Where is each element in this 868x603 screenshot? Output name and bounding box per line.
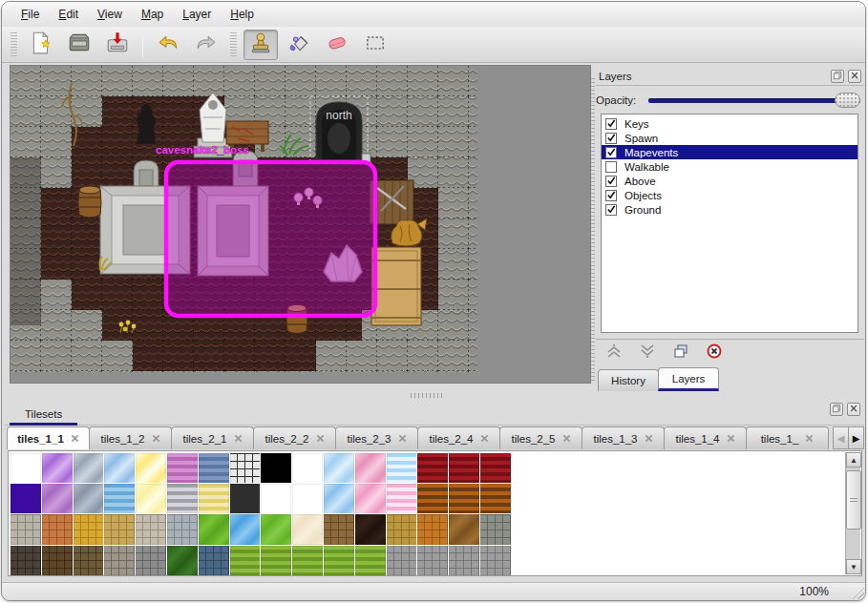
- raise-layer-button[interactable]: [603, 343, 625, 361]
- palette-tile[interactable]: [11, 453, 41, 484]
- palette-tile[interactable]: [355, 453, 386, 484]
- menu-edit[interactable]: Edit: [49, 4, 88, 25]
- palette-tile[interactable]: [480, 484, 511, 514]
- palette-scrollbar[interactable]: ▲ ▼: [845, 452, 860, 574]
- palette-tile[interactable]: [387, 484, 417, 514]
- palette-tile[interactable]: [199, 453, 229, 484]
- palette-tile[interactable]: [261, 453, 291, 484]
- palette-tile[interactable]: [387, 546, 417, 576]
- layer-visibility-checkbox[interactable]: [605, 190, 617, 201]
- selection-rectangle[interactable]: [166, 162, 375, 316]
- palette-tile[interactable]: [324, 514, 354, 545]
- stamp-button[interactable]: [243, 30, 278, 60]
- tileset-tab-tiles_1_1[interactable]: tiles_1_1: [7, 426, 90, 449]
- eraser-button[interactable]: [320, 30, 354, 60]
- tileset-tab-tiles_2_1[interactable]: tiles_2_1: [171, 426, 254, 449]
- tileset-tab-tiles_2_2[interactable]: tiles_2_2: [253, 426, 336, 449]
- palette-tile[interactable]: [42, 453, 73, 484]
- layer-row-keys[interactable]: Keys: [602, 116, 857, 131]
- tileset-tab-tiles_1_4[interactable]: tiles_1_4: [664, 426, 747, 449]
- redo-button[interactable]: [189, 30, 223, 60]
- menu-map[interactable]: Map: [132, 4, 173, 25]
- menu-file[interactable]: File: [11, 4, 49, 25]
- layer-visibility-checkbox[interactable]: [605, 204, 617, 216]
- dock-tab-history[interactable]: History: [598, 369, 659, 391]
- palette-tile[interactable]: [355, 484, 386, 514]
- tilesets-title-tab[interactable]: Tilesets: [10, 405, 77, 426]
- opacity-slider-handle[interactable]: [835, 93, 860, 108]
- tileset-tab-tiles_2_4[interactable]: tiles_2_4: [417, 426, 500, 449]
- tileset-tab-tiles_2_5[interactable]: tiles_2_5: [499, 426, 582, 449]
- palette-tile[interactable]: [167, 453, 198, 484]
- barrel-left[interactable]: [78, 186, 101, 218]
- palette-tile[interactable]: [387, 453, 417, 484]
- palette-tile[interactable]: [136, 453, 166, 484]
- close-tab-icon[interactable]: [480, 433, 489, 445]
- palette-tile[interactable]: [449, 484, 479, 514]
- palette-tile[interactable]: [42, 514, 73, 545]
- palette-tile[interactable]: [292, 514, 323, 545]
- palette-tile[interactable]: [74, 546, 104, 576]
- menu-view[interactable]: View: [88, 4, 132, 25]
- palette-tile[interactable]: [199, 514, 229, 545]
- tileset-tab-tiles_1_2[interactable]: tiles_1_2: [89, 426, 172, 449]
- tileset-tab-tiles_1_[interactable]: tiles_1_: [746, 426, 829, 449]
- palette-tile[interactable]: [292, 484, 323, 514]
- palette-tile[interactable]: [167, 546, 198, 576]
- map-canvas[interactable]: north: [10, 65, 591, 384]
- layer-row-objects[interactable]: Objects: [602, 188, 857, 202]
- close-tab-icon[interactable]: [234, 433, 243, 445]
- palette-tile[interactable]: [230, 484, 261, 514]
- dock-drag-handle[interactable]: [591, 78, 595, 382]
- close-tab-icon[interactable]: [316, 433, 325, 445]
- palette-tile[interactable]: [480, 546, 511, 576]
- palette-tile[interactable]: [11, 484, 41, 514]
- layer-row-above[interactable]: Above: [602, 174, 857, 188]
- palette-tile[interactable]: [261, 484, 291, 514]
- open-button[interactable]: [62, 30, 96, 60]
- scroll-tabs-right-button[interactable]: ▶: [848, 426, 864, 449]
- palette-tile[interactable]: [449, 453, 479, 484]
- palette-tile[interactable]: [136, 514, 166, 545]
- palette-tile[interactable]: [136, 484, 166, 514]
- palette-tile[interactable]: [104, 453, 135, 484]
- layer-row-mapevents[interactable]: Mapevents: [602, 145, 857, 159]
- toolbar-grip[interactable]: [11, 32, 17, 57]
- menu-layer[interactable]: Layer: [173, 4, 221, 25]
- layer-row-spawn[interactable]: Spawn: [602, 131, 857, 145]
- palette-tile[interactable]: [199, 484, 229, 514]
- palette-tile[interactable]: [104, 546, 135, 576]
- palette-tile[interactable]: [104, 484, 135, 514]
- close-tab-icon[interactable]: [562, 433, 571, 445]
- layer-visibility-checkbox[interactable]: [605, 118, 617, 130]
- palette-tile[interactable]: [104, 514, 135, 545]
- palette-tile[interactable]: [417, 453, 448, 484]
- large-crate[interactable]: [371, 247, 421, 325]
- layers-panel-close-button[interactable]: [848, 70, 861, 83]
- close-tab-icon[interactable]: [398, 433, 407, 445]
- duplicate-layer-button[interactable]: [670, 343, 691, 361]
- opacity-slider[interactable]: [648, 93, 860, 108]
- tileset-tab-tiles_1_3[interactable]: tiles_1_3: [582, 426, 665, 449]
- scroll-down-button[interactable]: ▼: [846, 559, 861, 574]
- palette-tile[interactable]: [136, 546, 166, 576]
- delete-layer-button[interactable]: [704, 343, 725, 361]
- palette-tile[interactable]: [292, 453, 323, 484]
- layer-visibility-checkbox[interactable]: [605, 176, 617, 187]
- close-tab-icon[interactable]: [152, 433, 160, 445]
- palette-tile[interactable]: [167, 484, 198, 514]
- palette-tile[interactable]: [261, 514, 291, 545]
- palette-tile[interactable]: [324, 453, 354, 484]
- tileset-tab-tiles_2_3[interactable]: tiles_2_3: [335, 426, 418, 449]
- layers-panel-float-button[interactable]: [831, 70, 844, 83]
- palette-tile[interactable]: [449, 514, 479, 545]
- palette-tile[interactable]: [74, 484, 104, 514]
- close-tab-icon[interactable]: [645, 433, 653, 445]
- palette-tile[interactable]: [355, 546, 386, 576]
- tilesets-panel-float-button[interactable]: [830, 403, 843, 416]
- palette-tile[interactable]: [11, 514, 41, 545]
- select-button[interactable]: [358, 30, 392, 60]
- palette-tile[interactable]: [42, 546, 73, 576]
- close-tab-icon[interactable]: [805, 433, 814, 445]
- palette-tile[interactable]: [355, 514, 386, 545]
